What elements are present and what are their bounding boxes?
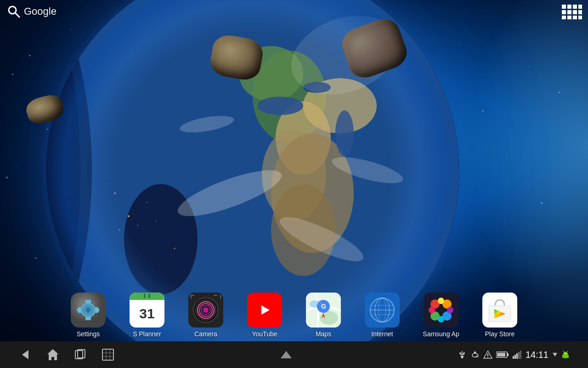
svg-point-23 [174,248,175,249]
nav-center [279,350,293,359]
status-bar: 14:11 [458,350,570,360]
svg-line-124 [567,351,568,352]
svg-rect-38 [578,16,582,19]
app-splanner[interactable]: 31 S Planner [118,291,176,339]
svg-rect-63 [220,295,221,299]
maps-label: Maps [316,330,331,338]
svg-rect-62 [214,295,217,296]
svg-point-68 [320,311,338,325]
splanner-label: S Planner [133,330,161,338]
svg-point-108 [487,357,488,358]
svg-point-87 [447,307,453,313]
search-icon [7,5,20,18]
topbar: Google [0,0,588,23]
svg-point-58 [203,307,209,313]
recents-button[interactable] [74,348,87,362]
svg-point-19 [147,202,147,203]
app-dock: Settings 31 S Planner [0,290,588,340]
usb-icon [458,350,467,359]
svg-point-86 [438,298,444,304]
svg-marker-117 [553,353,557,356]
svg-rect-113 [514,355,516,359]
signal-down-icon [552,352,558,357]
svg-rect-27 [562,5,566,9]
svg-line-123 [563,351,564,352]
signal-icon [513,351,522,359]
battery-icon [496,351,509,358]
svg-marker-94 [47,349,58,360]
app-samsung[interactable]: Samsung Ap [412,291,470,339]
time: 14:11 [526,350,548,360]
svg-rect-116 [520,351,521,359]
splanner-date: 31 [139,300,154,328]
svg-rect-110 [507,353,509,356]
svg-marker-93 [22,350,28,359]
svg-rect-111 [497,353,505,356]
samsung-label: Samsung Ap [423,330,459,338]
svg-rect-31 [562,10,566,14]
playstore-icon-img [482,293,517,328]
svg-point-89 [429,307,435,313]
screenshot-button[interactable] [101,348,115,362]
svg-rect-32 [567,10,571,14]
settings-icon-img [71,293,106,328]
svg-point-18 [119,230,120,231]
svg-rect-105 [461,356,463,358]
svg-rect-61 [191,295,192,299]
recycle-icon [470,350,480,359]
app-youtube[interactable]: YouTube [235,291,294,339]
svg-rect-30 [578,5,582,9]
svg-point-21 [105,184,106,184]
svg-point-22 [156,220,157,221]
svg-point-104 [463,352,465,354]
svg-point-121 [564,353,565,354]
svg-marker-102 [281,351,292,358]
svg-line-26 [15,13,19,17]
google-label: Google [24,6,57,17]
svg-rect-37 [573,16,577,19]
svg-point-10 [335,110,354,156]
settings-label: Settings [77,330,100,338]
svg-rect-29 [573,5,577,9]
svg-rect-97 [102,349,113,360]
svg-rect-115 [518,352,520,359]
svg-rect-114 [516,353,518,359]
splanner-icon-img: 31 [130,293,164,328]
home-button[interactable] [46,348,60,362]
google-search-bar[interactable]: Google [7,5,57,18]
svg-point-103 [459,352,461,354]
up-button[interactable] [279,350,293,359]
playstore-label: Play Store [485,330,515,338]
app-maps[interactable]: G Maps [294,291,353,339]
app-internet[interactable]: Internet [353,291,412,339]
samsung-icon-img [424,293,458,328]
svg-rect-28 [567,5,571,9]
svg-point-122 [566,353,567,354]
svg-rect-34 [578,10,582,14]
svg-rect-36 [567,16,571,19]
svg-point-17 [137,225,138,226]
svg-point-20 [114,192,116,194]
maps-icon-img: G [306,293,341,328]
svg-point-120 [563,352,568,356]
youtube-icon-img [247,293,282,328]
camera-label: Camera [194,330,217,338]
internet-icon-img [365,293,400,328]
svg-rect-112 [513,356,514,359]
svg-point-88 [438,316,444,322]
warning-icon [483,350,492,359]
navigation-bar: 14:11 [0,341,588,368]
svg-rect-33 [573,10,577,14]
internet-label: Internet [371,330,393,338]
app-playstore[interactable]: Play Store [470,291,529,339]
svg-point-8 [257,97,303,115]
apps-grid-button[interactable] [562,5,581,18]
app-camera[interactable]: Camera [176,291,235,339]
svg-text:G: G [321,303,326,310]
android-icon [561,351,570,359]
youtube-label: YouTube [252,330,277,338]
app-settings[interactable]: Settings [59,291,118,339]
back-button[interactable] [18,348,32,362]
svg-rect-35 [562,16,566,19]
svg-point-51 [86,308,90,312]
